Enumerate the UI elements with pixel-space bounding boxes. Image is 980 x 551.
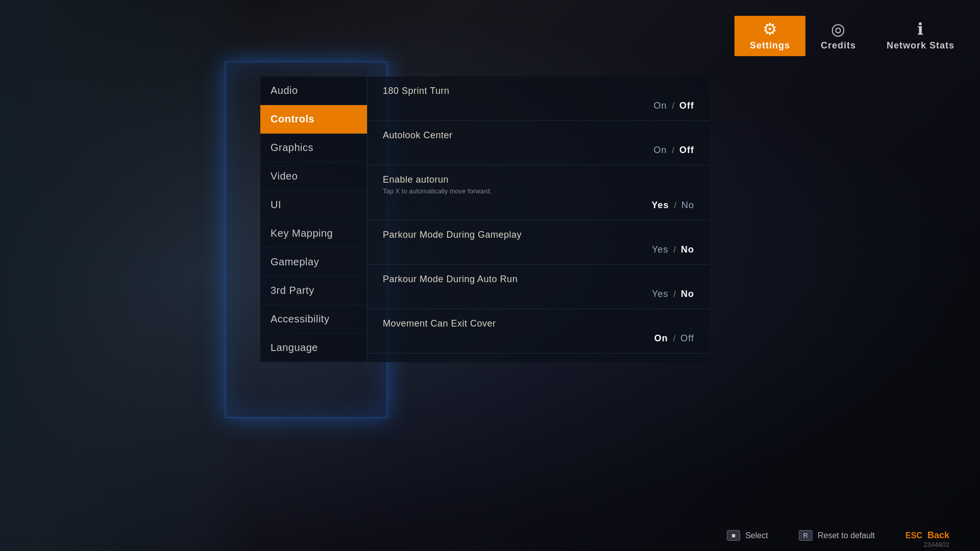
setting-row-2[interactable]: Enable autorunTap X to automatically mov… xyxy=(368,165,709,220)
sidebar-item-video[interactable]: Video xyxy=(260,162,367,191)
sidebar-item-audio[interactable]: Audio xyxy=(260,77,367,105)
nav-network-label: Network Stats xyxy=(887,40,954,51)
reset-action: R Reset to default xyxy=(799,530,875,541)
setting-row-0[interactable]: 180 Sprint TurnOn / Off xyxy=(368,77,709,121)
setting-value-2: Yes / No xyxy=(383,198,694,211)
setting-separator-5: / xyxy=(673,334,675,343)
setting-value-0: On / Off xyxy=(383,98,694,111)
setting-separator-4: / xyxy=(674,290,676,299)
credits-icon: ◎ xyxy=(831,21,845,37)
sidebar-item-accessibility[interactable]: Accessibility xyxy=(260,305,367,334)
setting-option-2-0[interactable]: Yes xyxy=(651,200,669,211)
version-text: 2344602 xyxy=(923,541,949,548)
setting-option-5-0[interactable]: On xyxy=(654,333,668,344)
settings-panel: AudioControlsGraphicsVideoUIKey MappingG… xyxy=(260,77,709,362)
setting-option-2-1[interactable]: No xyxy=(681,200,694,211)
setting-option-3-0[interactable]: Yes xyxy=(652,244,668,255)
setting-name-0: 180 Sprint Turn xyxy=(383,86,694,96)
setting-desc-2: Tap X to automatically move forward. xyxy=(383,187,694,195)
setting-option-5-1[interactable]: Off xyxy=(680,333,694,344)
esc-key: ESC xyxy=(905,531,922,540)
setting-row-1[interactable]: Autolook CenterOn / Off xyxy=(368,121,709,165)
back-label: Back xyxy=(927,530,949,541)
setting-name-5: Movement Can Exit Cover xyxy=(383,318,694,329)
setting-option-0-0[interactable]: On xyxy=(654,101,667,111)
back-action[interactable]: ESC Back xyxy=(905,530,949,541)
setting-separator-2: / xyxy=(674,201,676,210)
setting-row-4[interactable]: Parkour Mode During Auto RunYes / No xyxy=(368,265,709,309)
setting-option-1-0[interactable]: On xyxy=(654,145,667,156)
nav-credits-label: Credits xyxy=(821,40,856,51)
bottom-bar: ■ Select R Reset to default ESC Back xyxy=(260,530,949,541)
setting-name-1: Autolook Center xyxy=(383,130,694,141)
setting-separator-1: / xyxy=(672,146,674,155)
setting-name-2: Enable autorun xyxy=(383,174,694,185)
setting-value-4: Yes / No xyxy=(383,287,694,299)
select-key-icon: ■ xyxy=(727,530,740,541)
setting-separator-0: / xyxy=(672,102,674,111)
reset-key-icon: R xyxy=(799,530,813,541)
nav-credits[interactable]: ◎ Credits xyxy=(805,16,871,56)
setting-separator-3: / xyxy=(674,245,676,255)
setting-row-5[interactable]: Movement Can Exit CoverOn / Off xyxy=(368,309,709,354)
reset-action-label: Reset to default xyxy=(818,531,875,540)
top-nav: ⚙ Settings ◎ Credits ℹ Network Stats xyxy=(734,0,980,71)
sidebar-item-gameplay[interactable]: Gameplay xyxy=(260,248,367,277)
setting-value-5: On / Off xyxy=(383,331,694,344)
select-action-label: Select xyxy=(745,531,768,540)
sidebar-item-controls[interactable]: Controls xyxy=(260,105,367,134)
sidebar-item-language[interactable]: Language xyxy=(260,334,367,362)
setting-value-1: On / Off xyxy=(383,143,694,156)
nav-settings[interactable]: ⚙ Settings xyxy=(734,16,805,56)
setting-option-1-1[interactable]: Off xyxy=(679,145,694,156)
sidebar-item-graphics[interactable]: Graphics xyxy=(260,134,367,162)
settings-content[interactable]: 180 Sprint TurnOn / OffAutolook CenterOn… xyxy=(368,77,709,362)
character-area xyxy=(0,0,255,551)
setting-value-3: Yes / No xyxy=(383,242,694,255)
nav-settings-label: Settings xyxy=(750,40,790,51)
setting-option-4-0[interactable]: Yes xyxy=(652,289,668,299)
select-action: ■ Select xyxy=(727,530,768,541)
setting-option-4-1[interactable]: No xyxy=(681,289,694,299)
setting-name-3: Parkour Mode During Gameplay xyxy=(383,230,694,240)
sidebar-item-ui[interactable]: UI xyxy=(260,191,367,219)
sidebar-menu: AudioControlsGraphicsVideoUIKey MappingG… xyxy=(260,77,368,362)
setting-option-3-1[interactable]: No xyxy=(681,244,694,255)
network-icon: ℹ xyxy=(917,21,923,37)
setting-row-3[interactable]: Parkour Mode During GameplayYes / No xyxy=(368,220,709,265)
setting-option-0-1[interactable]: Off xyxy=(679,101,694,111)
sidebar-item-key-mapping[interactable]: Key Mapping xyxy=(260,219,367,248)
sidebar-item-3rd-party[interactable]: 3rd Party xyxy=(260,277,367,305)
nav-network-stats[interactable]: ℹ Network Stats xyxy=(871,16,970,56)
setting-name-4: Parkour Mode During Auto Run xyxy=(383,274,694,285)
gear-icon: ⚙ xyxy=(763,21,777,37)
